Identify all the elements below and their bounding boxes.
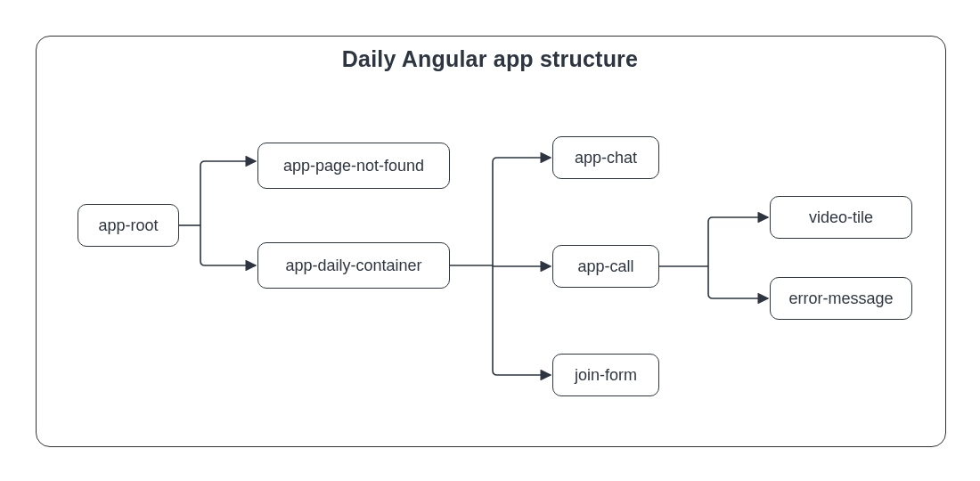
node-app-page-not-found: app-page-not-found [257,143,450,189]
node-join-form: join-form [552,354,659,396]
node-app-call: app-call [552,245,659,288]
node-video-tile: video-tile [770,196,912,239]
diagram-title: Daily Angular app structure [0,46,980,72]
node-app-chat: app-chat [552,136,659,179]
node-app-root: app-root [78,204,179,247]
node-app-daily-container: app-daily-container [257,242,450,289]
node-error-message: error-message [770,277,912,320]
